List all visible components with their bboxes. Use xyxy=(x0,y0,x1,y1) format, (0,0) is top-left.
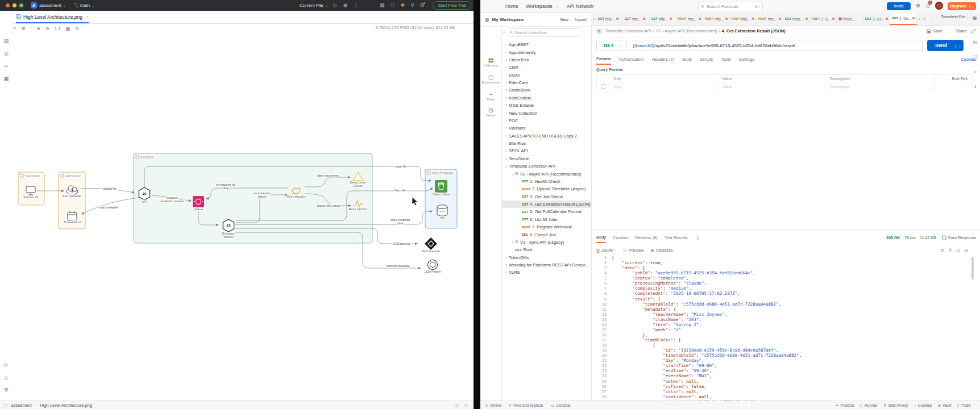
chevron-down-icon[interactable]: ⌄ xyxy=(969,5,974,8)
breadcrumb-collection[interactable]: Timetable Extraction API xyxy=(605,28,651,34)
ai-assistant-icon[interactable]: ✱ xyxy=(401,3,405,8)
send-options-icon[interactable]: ⌄ xyxy=(955,44,964,48)
sidebar-collection-item[interactable]: ›DOAT xyxy=(501,72,591,79)
activity-services-icon[interactable]: ▦ xyxy=(0,76,13,81)
sidebar-collection-item[interactable]: ›⊟V1 - Sync API (Legacy) xyxy=(501,239,591,246)
breadcrumb-folder[interactable]: V2 - Async API (Recommended) xyxy=(656,28,717,34)
search-icon[interactable]: ⚲ xyxy=(949,248,952,253)
request-tab-params[interactable]: Params xyxy=(596,54,611,65)
request-tab[interactable]: GEThttps… xyxy=(783,13,810,25)
global-search-input[interactable]: ⚲ Search Postman ⌘K xyxy=(698,2,763,11)
fit-width-icon[interactable]: ⊞ xyxy=(22,26,26,31)
terminal-icon[interactable]: ▢ xyxy=(3,403,8,408)
zoom-out-icon[interactable]: ⊖ xyxy=(45,26,49,31)
maximize-window-icon[interactable] xyxy=(19,3,23,7)
chevron-right-icon[interactable]: › xyxy=(504,96,509,100)
chevron-right-icon[interactable]: › xyxy=(504,81,509,85)
value-input[interactable]: Value xyxy=(717,82,825,90)
chevron-right-icon[interactable]: › xyxy=(510,240,515,244)
request-tab[interactable]: GEThttp… xyxy=(623,13,650,25)
sidebar-collection-item[interactable]: ›Workday for Platforms REST API Develop.… xyxy=(501,261,591,269)
zoom-ratio-label[interactable]: 1:1 xyxy=(55,26,61,31)
sidebar-request-item[interactable]: POST7. Register Webhook xyxy=(501,223,591,231)
history-icon[interactable]: ◷ xyxy=(696,235,700,240)
request-tab[interactable]: GET3. Ge… xyxy=(863,13,890,25)
link-icon[interactable] xyxy=(971,28,976,34)
statusbar-online[interactable]: ⊙Online xyxy=(485,403,501,408)
copy-icon[interactable]: ⊡ xyxy=(956,248,960,253)
upgrade-button[interactable]: Upgrade ⌄ xyxy=(948,2,976,10)
grid-icon[interactable]: ▦ xyxy=(66,26,70,31)
request-tab[interactable]: GEThttp… xyxy=(650,13,676,25)
avatar[interactable] xyxy=(935,2,943,10)
format-selector[interactable]: JSON xyxy=(601,248,613,253)
table-input-row[interactable]: Key Value Description xyxy=(597,82,971,90)
close-tab-icon[interactable]: × xyxy=(86,14,89,19)
request-url[interactable]: {{baseUrl}}/api/v2/timetable/jobs/ace9e9… xyxy=(633,43,795,48)
sidebar-collection-item[interactable]: ⌄⊟V2 - Async API (Recommended) xyxy=(501,170,591,177)
save-icon[interactable]: ⊟ xyxy=(965,248,968,253)
chevron-right-icon[interactable]: › xyxy=(504,256,509,260)
response-body-json[interactable]: 1{2 "success": true,3 "data": {4 "jobId"… xyxy=(592,255,976,400)
key-input[interactable]: Key xyxy=(609,82,717,90)
scroll-tabs-right-icon[interactable]: › xyxy=(919,16,920,22)
request-tab[interactable]: POSThttp… xyxy=(703,13,730,25)
rail-item-collections[interactable]: ▤Collections xyxy=(480,57,501,67)
rail-item-environments[interactable]: ▢Environments xyxy=(480,74,501,84)
sidebar-collection-item[interactable]: ›TokenGifts xyxy=(501,254,591,261)
request-tab[interactable]: GEThttp… xyxy=(596,13,623,25)
environment-selector[interactable]: Timesheet Extraction ⌄ xyxy=(941,15,974,19)
sidebar-request-item[interactable]: GETRoot xyxy=(501,246,591,253)
sidebar-collection-item[interactable]: ›XLRS xyxy=(501,269,591,276)
chevron-right-icon[interactable]: › xyxy=(504,58,509,62)
statusbar-runner[interactable]: ▷Runner xyxy=(859,403,877,408)
settings-icon[interactable]: ⚙ xyxy=(420,3,425,8)
request-tab-settings[interactable]: Settings xyxy=(739,55,754,64)
documentation-icon[interactable]: ▤ xyxy=(970,40,980,45)
branch-selector[interactable]: main xyxy=(80,3,90,8)
scroll-tabs-left-icon[interactable]: ‹ xyxy=(593,16,595,22)
new-button[interactable]: New xyxy=(560,17,568,22)
visualize-button[interactable]: Visualize xyxy=(656,248,673,253)
status-file[interactable]: High Level Architecture.png xyxy=(40,403,92,408)
sidebar-collection-item[interactable]: ›MGS Emailer xyxy=(501,102,591,109)
activity-run-icon[interactable]: ▷ xyxy=(0,362,13,368)
statusbar-vault[interactable]: ◈Vault xyxy=(938,403,952,408)
request-tab[interactable]: POSThttp… xyxy=(730,13,757,25)
save-response-icon[interactable] xyxy=(942,235,946,240)
save-button[interactable]: Save xyxy=(933,28,942,34)
sidebar-collection-item[interactable]: ⌄Timetable Extraction API xyxy=(501,162,591,170)
project-selector[interactable]: assesment xyxy=(39,3,61,8)
statusbar-find-and-replace[interactable]: ⚲Find and replace xyxy=(509,403,543,408)
request-tab-scripts[interactable]: Scripts xyxy=(700,55,713,64)
breadcrumb-request[interactable]: 4. Get Extraction Result (JSON) xyxy=(722,28,786,34)
statusbar-postbot[interactable]: ✦Postbot xyxy=(836,403,854,408)
request-tab[interactable]: GET4. Ge… xyxy=(890,13,917,25)
sidebar-collection-item[interactable]: ›SPOL API xyxy=(501,147,591,155)
response-tab-cookies[interactable]: Cookies xyxy=(613,233,628,243)
settings-icon[interactable]: ⚙ xyxy=(916,3,920,9)
sidebar-request-item[interactable]: GET4. Get Extraction Result (JSON) xyxy=(501,201,591,208)
wrap-lines-icon[interactable]: ≣ xyxy=(941,248,944,253)
activity-structure-icon[interactable]: ≡ xyxy=(0,63,13,69)
chevron-right-icon[interactable]: › xyxy=(504,43,509,47)
request-tab[interactable]: POST2. U… xyxy=(810,13,837,25)
fit-screen-icon[interactable]: ⌖ xyxy=(14,26,16,31)
sidebar-collection-item[interactable]: ›EdenCare xyxy=(501,79,591,86)
chevron-right-icon[interactable]: › xyxy=(504,73,509,77)
more-actions-icon[interactable]: ⋮ xyxy=(354,3,359,8)
request-tab[interactable]: ▦Times… xyxy=(837,13,863,25)
sidebar-request-item[interactable]: GET1. Health Check xyxy=(501,178,591,185)
request-tab[interactable]: POSThttp… xyxy=(676,13,703,25)
method-selector[interactable]: GET xyxy=(604,43,613,48)
statusbar-cookies[interactable]: ◔Cookies xyxy=(913,403,932,407)
sidebar-collection-item[interactable]: ›SALES API(TO END USER) Copy 2 xyxy=(501,132,591,140)
close-window-icon[interactable] xyxy=(6,3,10,7)
response-tab-headers[interactable]: Headers (8) xyxy=(635,233,658,243)
sidebar-collection-item[interactable]: ›CMR xyxy=(501,64,591,71)
new-tab-icon[interactable]: + xyxy=(923,16,926,22)
send-button[interactable]: Send ⌄ xyxy=(927,40,964,51)
activity-settings-icon[interactable]: ⚙ xyxy=(0,387,13,393)
nav-home[interactable]: Home xyxy=(505,3,518,9)
activity-project-icon[interactable]: ▤ xyxy=(0,38,13,44)
